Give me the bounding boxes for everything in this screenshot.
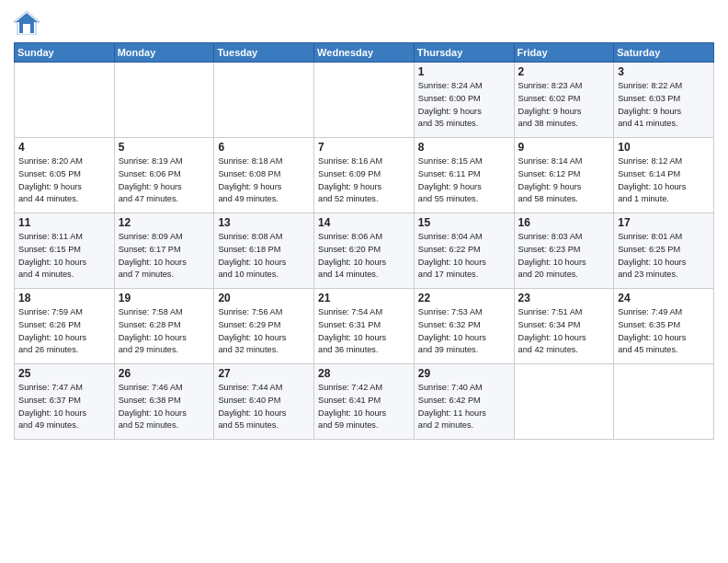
day-info: Sunrise: 7:59 AMSunset: 6:26 PMDaylight:…: [18, 306, 110, 357]
day-info: Sunrise: 8:24 AMSunset: 6:00 PMDaylight:…: [418, 80, 510, 131]
calendar-row: 1Sunrise: 8:24 AMSunset: 6:00 PMDaylight…: [15, 63, 714, 138]
calendar-cell: 2Sunrise: 8:23 AMSunset: 6:02 PMDaylight…: [514, 63, 614, 138]
calendar-cell: 23Sunrise: 7:51 AMSunset: 6:34 PMDayligh…: [514, 289, 614, 364]
calendar-row: 11Sunrise: 8:11 AMSunset: 6:15 PMDayligh…: [15, 213, 714, 289]
calendar-table: SundayMondayTuesdayWednesdayThursdayFrid…: [14, 42, 714, 440]
calendar-cell: 20Sunrise: 7:56 AMSunset: 6:29 PMDayligh…: [214, 289, 314, 364]
calendar-cell: [114, 63, 214, 138]
calendar-cell: 17Sunrise: 8:01 AMSunset: 6:25 PMDayligh…: [614, 213, 714, 289]
day-number: 29: [418, 367, 510, 380]
day-info: Sunrise: 8:03 AMSunset: 6:23 PMDaylight:…: [518, 231, 610, 282]
calendar-cell: 28Sunrise: 7:42 AMSunset: 6:41 PMDayligh…: [314, 364, 415, 440]
day-info: Sunrise: 8:19 AMSunset: 6:06 PMDaylight:…: [119, 155, 210, 206]
calendar-cell: 14Sunrise: 8:06 AMSunset: 6:20 PMDayligh…: [314, 213, 415, 289]
day-number: 16: [518, 216, 610, 229]
day-number: 7: [318, 141, 410, 154]
col-header-thursday: Thursday: [414, 43, 514, 63]
calendar-cell: [214, 63, 314, 138]
day-info: Sunrise: 7:58 AMSunset: 6:28 PMDaylight:…: [119, 306, 210, 357]
calendar-cell: 9Sunrise: 8:14 AMSunset: 6:12 PMDaylight…: [514, 138, 614, 213]
day-number: 27: [218, 367, 310, 380]
day-info: Sunrise: 8:18 AMSunset: 6:08 PMDaylight:…: [218, 155, 310, 206]
calendar-cell: 16Sunrise: 8:03 AMSunset: 6:23 PMDayligh…: [514, 213, 614, 289]
day-number: 26: [119, 367, 210, 380]
header: [14, 9, 714, 35]
day-info: Sunrise: 8:22 AMSunset: 6:03 PMDaylight:…: [618, 80, 710, 131]
day-number: 8: [418, 141, 510, 154]
calendar-cell: [15, 63, 115, 138]
calendar-cell: 26Sunrise: 7:46 AMSunset: 6:38 PMDayligh…: [114, 364, 214, 440]
day-number: 23: [518, 292, 610, 304]
calendar-cell: 8Sunrise: 8:15 AMSunset: 6:11 PMDaylight…: [414, 138, 514, 213]
day-number: 21: [318, 292, 410, 304]
calendar-cell: 3Sunrise: 8:22 AMSunset: 6:03 PMDaylight…: [614, 63, 714, 138]
day-number: 18: [18, 292, 110, 304]
calendar-cell: 15Sunrise: 8:04 AMSunset: 6:22 PMDayligh…: [414, 213, 514, 289]
calendar-cell: [614, 364, 714, 440]
day-info: Sunrise: 7:51 AMSunset: 6:34 PMDaylight:…: [518, 306, 610, 357]
calendar-cell: 29Sunrise: 7:40 AMSunset: 6:42 PMDayligh…: [414, 364, 514, 440]
svg-rect-3: [23, 24, 30, 33]
day-number: 3: [618, 65, 710, 78]
day-number: 25: [18, 367, 110, 380]
calendar-cell: 25Sunrise: 7:47 AMSunset: 6:37 PMDayligh…: [15, 364, 115, 440]
calendar-row: 25Sunrise: 7:47 AMSunset: 6:37 PMDayligh…: [15, 364, 714, 440]
day-number: 13: [218, 216, 310, 229]
calendar-cell: 7Sunrise: 8:16 AMSunset: 6:09 PMDaylight…: [314, 138, 415, 213]
day-info: Sunrise: 8:12 AMSunset: 6:14 PMDaylight:…: [618, 155, 710, 206]
col-header-friday: Friday: [514, 43, 614, 63]
day-info: Sunrise: 7:40 AMSunset: 6:42 PMDaylight:…: [418, 382, 510, 432]
calendar-cell: 13Sunrise: 8:08 AMSunset: 6:18 PMDayligh…: [214, 213, 314, 289]
col-header-sunday: Sunday: [15, 43, 115, 63]
day-info: Sunrise: 8:16 AMSunset: 6:09 PMDaylight:…: [318, 155, 410, 206]
day-number: 20: [218, 292, 310, 304]
calendar-cell: 18Sunrise: 7:59 AMSunset: 6:26 PMDayligh…: [15, 289, 115, 364]
calendar-cell: 21Sunrise: 7:54 AMSunset: 6:31 PMDayligh…: [314, 289, 415, 364]
calendar-row: 4Sunrise: 8:20 AMSunset: 6:05 PMDaylight…: [15, 138, 714, 213]
calendar-cell: 4Sunrise: 8:20 AMSunset: 6:05 PMDaylight…: [15, 138, 115, 213]
day-number: 24: [618, 292, 710, 304]
day-info: Sunrise: 8:08 AMSunset: 6:18 PMDaylight:…: [218, 231, 310, 282]
day-number: 22: [418, 292, 510, 304]
calendar-cell: 27Sunrise: 7:44 AMSunset: 6:40 PMDayligh…: [214, 364, 314, 440]
day-number: 11: [18, 216, 110, 229]
day-info: Sunrise: 8:11 AMSunset: 6:15 PMDaylight:…: [18, 231, 110, 282]
day-info: Sunrise: 8:01 AMSunset: 6:25 PMDaylight:…: [618, 231, 710, 282]
col-header-wednesday: Wednesday: [314, 43, 415, 63]
col-header-tuesday: Tuesday: [214, 43, 314, 63]
logo-icon: [14, 9, 40, 35]
day-number: 28: [318, 367, 410, 380]
day-info: Sunrise: 7:46 AMSunset: 6:38 PMDaylight:…: [119, 382, 210, 432]
calendar-row: 18Sunrise: 7:59 AMSunset: 6:26 PMDayligh…: [15, 289, 714, 364]
calendar-cell: [314, 63, 415, 138]
day-info: Sunrise: 7:54 AMSunset: 6:31 PMDaylight:…: [318, 306, 410, 357]
day-info: Sunrise: 7:47 AMSunset: 6:37 PMDaylight:…: [18, 382, 110, 432]
day-info: Sunrise: 8:14 AMSunset: 6:12 PMDaylight:…: [518, 155, 610, 206]
day-info: Sunrise: 8:20 AMSunset: 6:05 PMDaylight:…: [18, 155, 110, 206]
header-row: SundayMondayTuesdayWednesdayThursdayFrid…: [15, 43, 714, 63]
calendar-cell: 12Sunrise: 8:09 AMSunset: 6:17 PMDayligh…: [114, 213, 214, 289]
calendar-cell: 22Sunrise: 7:53 AMSunset: 6:32 PMDayligh…: [414, 289, 514, 364]
day-number: 17: [618, 216, 710, 229]
calendar-cell: [514, 364, 614, 440]
col-header-saturday: Saturday: [614, 43, 714, 63]
page: SundayMondayTuesdayWednesdayThursdayFrid…: [0, 0, 728, 563]
day-info: Sunrise: 8:15 AMSunset: 6:11 PMDaylight:…: [418, 155, 510, 206]
day-number: 10: [618, 141, 710, 154]
day-number: 15: [418, 216, 510, 229]
calendar-cell: 19Sunrise: 7:58 AMSunset: 6:28 PMDayligh…: [114, 289, 214, 364]
day-info: Sunrise: 7:56 AMSunset: 6:29 PMDaylight:…: [218, 306, 310, 357]
day-number: 12: [119, 216, 210, 229]
day-number: 2: [518, 65, 610, 78]
day-number: 6: [218, 141, 310, 154]
calendar-cell: 1Sunrise: 8:24 AMSunset: 6:00 PMDaylight…: [414, 63, 514, 138]
day-info: Sunrise: 7:42 AMSunset: 6:41 PMDaylight:…: [318, 382, 410, 432]
day-number: 5: [119, 141, 210, 154]
calendar-cell: 24Sunrise: 7:49 AMSunset: 6:35 PMDayligh…: [614, 289, 714, 364]
day-info: Sunrise: 8:06 AMSunset: 6:20 PMDaylight:…: [318, 231, 410, 282]
calendar-cell: 10Sunrise: 8:12 AMSunset: 6:14 PMDayligh…: [614, 138, 714, 213]
day-info: Sunrise: 7:44 AMSunset: 6:40 PMDaylight:…: [218, 382, 310, 432]
day-number: 14: [318, 216, 410, 229]
calendar-cell: 6Sunrise: 8:18 AMSunset: 6:08 PMDaylight…: [214, 138, 314, 213]
calendar-cell: 11Sunrise: 8:11 AMSunset: 6:15 PMDayligh…: [15, 213, 115, 289]
